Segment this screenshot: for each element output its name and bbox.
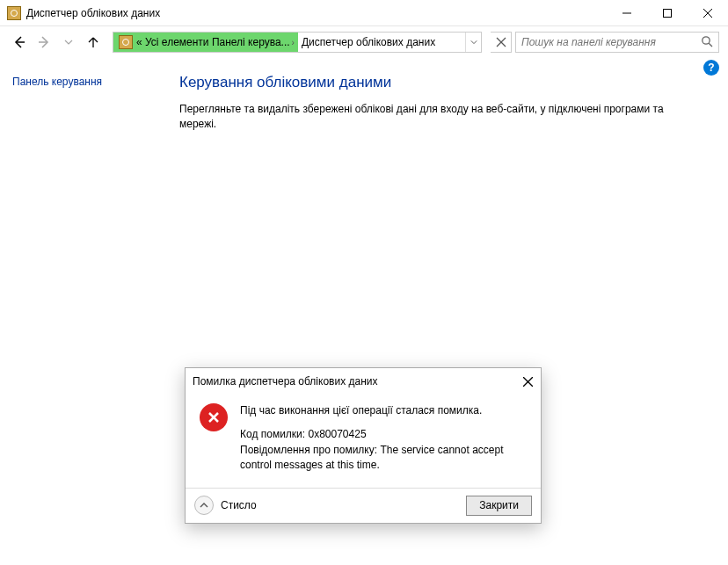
control-panel-icon: [119, 35, 133, 49]
dialog-footer: Стисло Закрити: [186, 488, 541, 523]
close-icon: [523, 377, 533, 387]
error-icon: [200, 403, 228, 431]
breadcrumb-root[interactable]: « Усі елементи Панелі керува... ›: [113, 33, 298, 52]
dialog-body: Під час виконання цієї операції сталася …: [186, 395, 541, 488]
error-code-value: 0x80070425: [309, 428, 367, 440]
dialog-text: Під час виконання цієї операції сталася …: [240, 403, 527, 474]
error-dialog: Помилка диспетчера облікових даних Під ч…: [185, 367, 542, 524]
address-bar[interactable]: « Усі елементи Панелі керува... › Диспет…: [113, 32, 482, 53]
maximize-icon: [663, 9, 672, 18]
recent-dropdown[interactable]: [58, 32, 79, 53]
close-button[interactable]: [688, 0, 728, 26]
back-button[interactable]: [9, 32, 30, 53]
titlebar: Диспетчер облікових даних: [0, 0, 728, 26]
search-icon[interactable]: [701, 35, 713, 50]
search-box[interactable]: [515, 32, 719, 53]
details-toggle[interactable]: [194, 496, 214, 515]
up-icon: [86, 35, 100, 49]
address-dropdown[interactable]: [465, 33, 481, 52]
error-message-line: Повідомлення про помилку: The service ca…: [240, 443, 527, 474]
app-icon: [7, 6, 21, 20]
chevron-right-icon: ›: [292, 38, 295, 47]
close-icon: [703, 9, 712, 18]
svg-line-9: [709, 43, 712, 47]
close-icon: [496, 37, 506, 47]
error-code-label: Код помилки:: [240, 428, 305, 440]
refresh-button[interactable]: [491, 32, 512, 53]
content-area: ? Панель керування Керування обліковими …: [0, 58, 728, 132]
minimize-button[interactable]: [607, 0, 647, 26]
dialog-titlebar[interactable]: Помилка диспетчера облікових даних: [186, 368, 541, 395]
chevron-down-icon: [64, 38, 73, 47]
forward-icon: [36, 34, 52, 50]
help-button[interactable]: ?: [703, 60, 719, 76]
dialog-title: Помилка диспетчера облікових даних: [193, 375, 514, 388]
sidebar: Панель керування: [12, 74, 179, 132]
main-panel: Керування обліковими даними Перегляньте …: [179, 74, 716, 132]
error-message-label: Повідомлення про помилку:: [240, 444, 377, 456]
back-icon: [11, 34, 27, 50]
breadcrumb-current[interactable]: Диспетчер облікових даних: [298, 36, 465, 48]
dialog-close-button[interactable]: [514, 368, 541, 395]
search-input[interactable]: [521, 36, 701, 48]
chevron-up-icon: [200, 501, 208, 510]
error-code-line: Код помилки: 0x80070425: [240, 427, 527, 442]
control-panel-home-link[interactable]: Панель керування: [12, 76, 102, 88]
svg-point-8: [703, 36, 710, 43]
breadcrumb-root-label: Усі елементи Панелі керува...: [145, 36, 290, 48]
window-title: Диспетчер облікових даних: [26, 7, 607, 19]
minimize-icon: [622, 9, 631, 18]
error-headline: Під час виконання цієї операції сталася …: [240, 403, 527, 418]
forward-button[interactable]: [33, 32, 55, 53]
navbar: « Усі елементи Панелі керува... › Диспет…: [0, 26, 728, 58]
up-button[interactable]: [83, 32, 104, 53]
svg-rect-1: [664, 9, 672, 17]
page-heading: Керування обліковими даними: [179, 74, 689, 91]
breadcrumb-prefix: «: [136, 36, 142, 48]
dialog-close-action[interactable]: Закрити: [466, 496, 532, 516]
chevron-down-icon: [470, 39, 477, 46]
details-label: Стисло: [221, 499, 466, 511]
page-description: Перегляньте та видаліть збережені обліко…: [179, 102, 689, 132]
window-controls: [607, 0, 728, 26]
maximize-button[interactable]: [647, 0, 688, 26]
breadcrumb-current-label: Диспетчер облікових даних: [302, 36, 435, 48]
